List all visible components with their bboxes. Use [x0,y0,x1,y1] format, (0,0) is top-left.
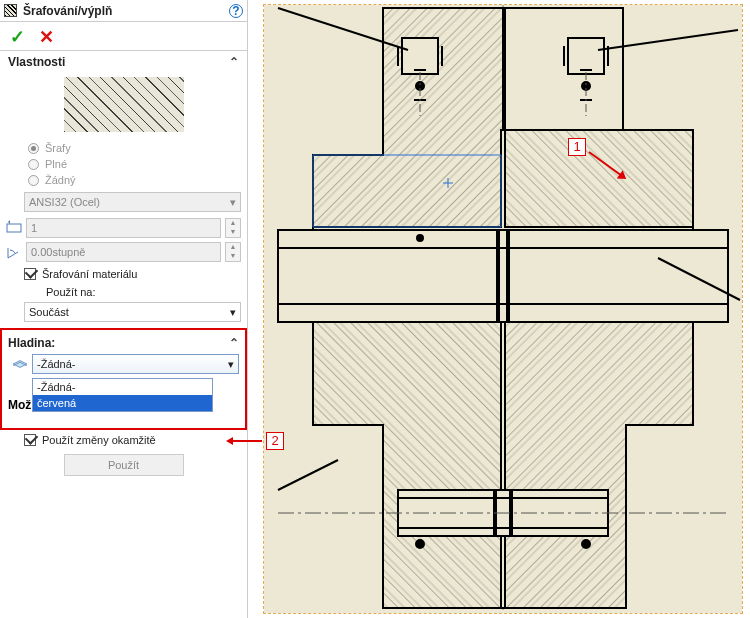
spinner[interactable]: ▲▼ [225,242,241,262]
section-label: Hladina: [8,336,55,350]
hatch-preview [64,77,184,132]
apply-button[interactable]: Použít [64,454,184,476]
angle-value: 0.00stupně [31,246,85,258]
drawing-svg [248,0,750,618]
apply-to-label: Použít na: [0,284,247,300]
checkbox-label: Použít změny okamžitě [42,434,156,446]
svg-rect-0 [7,224,21,232]
callout-2: 2 [266,432,284,450]
radio-icon [28,159,39,170]
chevron-down-icon: ▾ [228,358,234,371]
svg-point-34 [417,235,423,241]
layer-option[interactable]: -Žádná- [33,379,212,395]
material-value: ANSI32 (Ocel) [29,196,100,208]
apply-to-select[interactable]: Součást ▾ [24,302,241,322]
radio-hatch[interactable]: Šrafy [0,140,247,156]
material-hatch-checkbox[interactable]: Šrafování materiálu [0,264,247,284]
scale-value: 1 [31,222,37,234]
svg-point-32 [582,540,590,548]
layer-dropdown: -Žádná- červená [32,378,213,412]
radio-none[interactable]: Žádný [0,172,247,188]
callout-1: 1 [568,138,586,156]
layer-option[interactable]: červená [33,395,212,411]
help-icon[interactable]: ? [229,4,243,18]
apply-immediate-checkbox[interactable]: Použít změny okamžitě [0,430,247,446]
radio-label: Šrafy [45,142,71,154]
svg-point-31 [416,540,424,548]
layer-icon [12,358,28,370]
checkbox-icon [24,434,36,446]
layer-group: Hladina: ⌃ -Žádná- ▾ -Žádná- červená Mož… [0,328,247,430]
apply-to-value: Součást [29,306,69,318]
section-label: Vlastnosti [8,55,65,69]
scale-icon [6,220,22,236]
drawing-canvas[interactable]: 1 [248,0,750,618]
radio-solid[interactable]: Plné [0,156,247,172]
radio-label: Plné [45,158,67,170]
panel-title: Šrafování/výplň [23,4,112,18]
angle-icon [6,244,22,260]
layer-value: -Žádná- [37,358,76,370]
checkbox-label: Šrafování materiálu [42,268,137,280]
ok-cancel-row: ✓ ✕ [0,22,247,51]
radio-icon [28,143,39,154]
material-select[interactable]: ANSI32 (Ocel) ▾ [24,192,241,212]
scale-field[interactable]: 1 ▲▼ [0,216,247,240]
section-layer[interactable]: Hladina: ⌃ [8,336,239,350]
svg-line-33 [278,460,338,490]
checkbox-icon [24,268,36,280]
section-properties[interactable]: Vlastnosti ⌃ [0,51,247,71]
chevron-down-icon: ▾ [230,196,236,209]
hatch-swatch-icon [4,4,17,17]
chevron-down-icon: ▾ [230,306,236,319]
svg-rect-11 [568,38,604,74]
svg-rect-19 [278,230,728,322]
svg-rect-6 [402,38,438,74]
chevron-up-icon: ⌃ [229,336,239,350]
chevron-up-icon: ⌃ [229,55,239,69]
hatch-fill-property-panel: Šrafování/výplň ? ✓ ✕ Vlastnosti ⌃ Šrafy… [0,0,248,618]
spinner[interactable]: ▲▼ [225,218,241,238]
cancel-button[interactable]: ✕ [39,28,54,46]
layer-select[interactable]: -Žádná- ▾ [32,354,239,374]
radio-label: Žádný [45,174,76,186]
angle-field[interactable]: 0.00stupně ▲▼ [0,240,247,264]
radio-icon [28,175,39,186]
accept-button[interactable]: ✓ [10,28,25,46]
panel-heading: Šrafování/výplň ? [0,0,247,22]
